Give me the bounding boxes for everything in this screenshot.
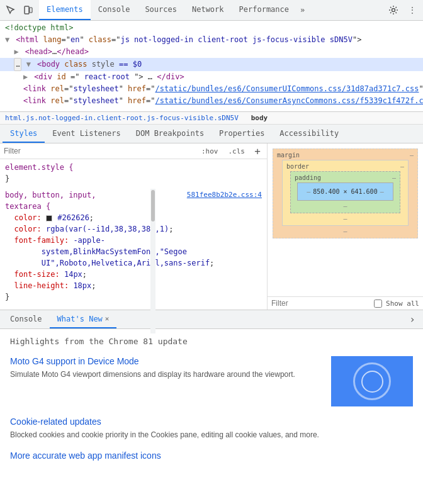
settings-icon[interactable] xyxy=(385,2,402,18)
breadcrumb-item-html[interactable]: html.js.not-logged-in.client-root.js-foc… xyxy=(5,114,239,122)
styles-filter-bar: :hov .cls + xyxy=(0,143,267,159)
more-tabs-button[interactable]: » xyxy=(296,0,308,20)
whats-new-content: Highlights from the Chrome 81 update Mot… xyxy=(0,329,423,498)
html-line-html[interactable]: ▼ <html lang="en" class="js not-logged-i… xyxy=(0,34,423,46)
color-swatch-1[interactable] xyxy=(46,215,52,221)
html-line-body[interactable]: … ▼ <body class style == $0 xyxy=(0,58,423,71)
top-tab-bar: Elements Console Sources Network Perform… xyxy=(0,0,423,21)
tab-sources[interactable]: Sources xyxy=(137,0,184,20)
html-line-doctype[interactable]: <!doctype html> xyxy=(0,22,423,34)
styles-scroll-indicator xyxy=(150,189,155,310)
tab-console-bottom[interactable]: Console xyxy=(3,310,50,328)
whats-new-desc-2: Blocked cookies and cookie priority in t… xyxy=(10,429,413,440)
cls-button[interactable]: .cls xyxy=(225,146,249,157)
tab-event-listeners[interactable]: Event Listeners xyxy=(45,125,128,143)
element-style-rule: element.style { } xyxy=(5,162,262,184)
tab-whats-new[interactable]: What's New ✕ xyxy=(50,310,117,328)
html-line-link2[interactable]: <link rel="stylesheet" href="/static/bun… xyxy=(0,95,423,107)
styles-pane: :hov .cls + element.style { } body, butt… xyxy=(0,143,268,310)
console-bottom: Console What's New ✕ › Highlights from t… xyxy=(0,310,423,498)
whats-new-title-3[interactable]: More accurate web app manifest icons xyxy=(10,451,413,461)
tab-dom-breakpoints[interactable]: DOM Breakpoints xyxy=(128,125,212,143)
tab-accessibility[interactable]: Accessibility xyxy=(272,125,346,143)
more-options-icon[interactable]: ⋮ xyxy=(404,2,420,18)
box-filter-bar: Show all xyxy=(268,296,423,310)
whats-new-header: Highlights from the Chrome 81 update xyxy=(10,337,413,346)
box-dimensions[interactable]: 850.400 × 641.600 xyxy=(313,188,377,195)
box-content: – 850.400 × 641.600 – xyxy=(297,182,393,201)
breadcrumb: html.js.not-logged-in.client-root.js-foc… xyxy=(0,112,423,125)
toolbar-right: ⋮ xyxy=(385,2,420,18)
tab-styles[interactable]: Styles xyxy=(3,125,45,143)
style-source-link[interactable]: 581fee8b2b2e.css:4 xyxy=(187,191,262,199)
styles-scroll-thumb[interactable] xyxy=(151,190,155,221)
toolbar-icons xyxy=(3,2,37,18)
box-padding: padding – – 850.400 × 641.600 – xyxy=(290,171,400,213)
split-pane: :hov .cls + element.style { } body, butt… xyxy=(0,143,423,310)
body-rule: body, button, input, 581fee8b2b2e.css:4 … xyxy=(5,189,262,303)
html-panel: <!doctype html> ▼ <html lang="en" class=… xyxy=(0,21,423,112)
whats-new-title-2[interactable]: Cookie-related updates xyxy=(10,417,413,427)
box-model-diagram: margin – border – padding – xyxy=(268,143,423,296)
tab-performance[interactable]: Performance xyxy=(232,0,296,20)
tab-network[interactable]: Network xyxy=(184,0,232,20)
svg-point-2 xyxy=(392,9,395,12)
whats-new-item-3: More accurate web app manifest icons xyxy=(10,451,413,463)
box-border: border – padding – – 850.400 xyxy=(282,160,409,226)
tab-properties[interactable]: Properties xyxy=(212,125,272,143)
html-line-div[interactable]: ▶ <div id =" react-root "> … </div> xyxy=(0,71,423,83)
breadcrumb-item-body[interactable]: body xyxy=(251,114,268,122)
box-margin: margin – border – padding – xyxy=(273,148,418,238)
hov-button[interactable]: :hov xyxy=(198,146,222,157)
show-all-label: Show all xyxy=(386,300,419,308)
console-more-button[interactable]: › xyxy=(404,313,420,325)
box-filter-input[interactable] xyxy=(271,299,370,308)
whats-new-image-1 xyxy=(331,356,413,406)
console-tab-bar: Console What's New ✕ › xyxy=(0,310,423,329)
add-style-rule-button[interactable]: + xyxy=(252,145,263,157)
html-line-head[interactable]: ▶ <head>…</head> xyxy=(0,46,423,58)
whats-new-title-1[interactable]: Moto G4 support in Device Mode xyxy=(10,356,324,366)
tab-console[interactable]: Console xyxy=(91,0,138,20)
styles-panel-tabs: Styles Event Listeners DOM Breakpoints P… xyxy=(0,125,423,143)
whats-new-item-2: Cookie-related updates Blocked cookies a… xyxy=(10,417,413,440)
close-whats-new-button[interactable]: ✕ xyxy=(105,315,110,323)
whats-new-desc-1: Simulate Moto G4 viewport dimensions and… xyxy=(10,369,324,380)
tab-elements[interactable]: Elements xyxy=(39,0,91,20)
box-model-pane: margin – border – padding – xyxy=(268,143,423,310)
styles-filter-input[interactable] xyxy=(4,147,195,155)
main-tabs: Elements Console Sources Network Perform… xyxy=(39,0,385,20)
inspect-icon[interactable] xyxy=(3,2,19,18)
svg-rect-1 xyxy=(30,8,32,13)
svg-rect-0 xyxy=(25,6,29,14)
html-line-link1[interactable]: <link rel="stylesheet" href="/static/bun… xyxy=(0,83,423,95)
show-all-checkbox[interactable] xyxy=(374,300,382,308)
styles-rules-list: element.style { } body, button, input, 5… xyxy=(0,159,267,310)
whats-new-item-1: Moto G4 support in Device Mode Simulate … xyxy=(10,356,413,406)
device-mode-icon[interactable] xyxy=(20,2,37,18)
